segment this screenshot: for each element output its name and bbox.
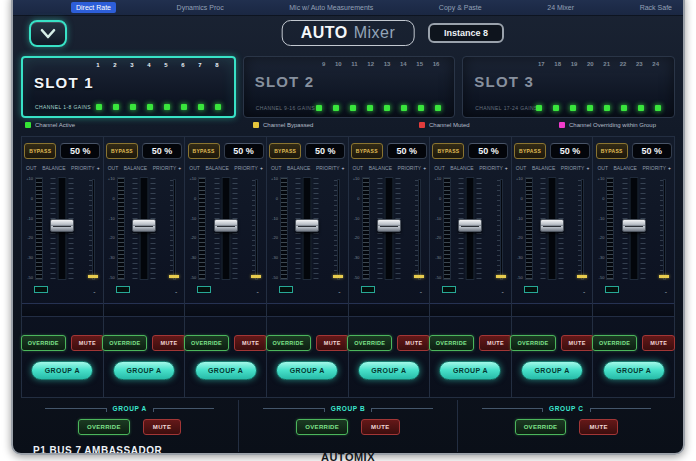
mute-button[interactable]: MUTE bbox=[561, 335, 594, 351]
gain-value-display[interactable]: 50 % bbox=[60, 143, 100, 159]
bypass-button[interactable]: BYPASS bbox=[432, 143, 464, 159]
bypass-button[interactable]: BYPASS bbox=[24, 143, 56, 159]
meter-readout bbox=[524, 286, 538, 293]
priority-slider-track[interactable] bbox=[173, 179, 176, 280]
legend-item: Channel Overriding within Group bbox=[559, 122, 656, 128]
group-override-button[interactable]: OVERRIDE bbox=[78, 419, 130, 435]
menu-item[interactable]: Rack Safe bbox=[635, 2, 677, 13]
priority-slider-track[interactable] bbox=[337, 179, 340, 280]
slot-channel-leds bbox=[96, 104, 221, 110]
group-assign-button[interactable]: GROUP A bbox=[603, 361, 665, 380]
balance-fader-handle[interactable] bbox=[132, 219, 156, 232]
balance-label: BALANCE bbox=[124, 165, 147, 171]
gain-value-display[interactable]: 50 % bbox=[305, 143, 345, 159]
bypass-button[interactable]: BYPASS bbox=[514, 143, 546, 159]
mute-button[interactable]: MUTE bbox=[71, 335, 104, 351]
menu-item[interactable]: Copy & Paste bbox=[434, 2, 487, 13]
balance-fader-handle[interactable] bbox=[622, 219, 646, 232]
fader-area: +10 0 -10 -20 -30 -50 - bbox=[104, 174, 185, 294]
balance-fader-handle[interactable] bbox=[540, 219, 564, 232]
mute-button[interactable]: MUTE bbox=[397, 335, 430, 351]
channel-strips-area: BYPASS 50 % OUT BALANCE PRIORITY + +10 0… bbox=[21, 136, 675, 398]
override-button[interactable]: OVERRIDE bbox=[592, 335, 637, 351]
priority-label-wrap: PRIORITY + bbox=[234, 165, 263, 171]
legend-color-swatch bbox=[25, 122, 31, 128]
out-label: OUT bbox=[189, 165, 200, 171]
override-button[interactable]: OVERRIDE bbox=[510, 335, 555, 351]
bypass-button[interactable]: BYPASS bbox=[188, 143, 220, 159]
menu-item[interactable]: Dynamics Proc bbox=[172, 2, 229, 13]
group-assign-button[interactable]: GROUP A bbox=[358, 361, 420, 380]
balance-label: BALANCE bbox=[42, 165, 65, 171]
channel-strip: BYPASS 50 % OUT BALANCE PRIORITY + +10 0… bbox=[430, 137, 512, 397]
bypass-button[interactable]: BYPASS bbox=[596, 143, 628, 159]
priority-slider-track[interactable] bbox=[663, 179, 666, 280]
bypass-button[interactable]: BYPASS bbox=[269, 143, 301, 159]
balance-fader-handle[interactable] bbox=[295, 219, 319, 232]
override-button[interactable]: OVERRIDE bbox=[347, 335, 392, 351]
gain-value-display[interactable]: 50 % bbox=[142, 143, 182, 159]
bypass-button[interactable]: BYPASS bbox=[106, 143, 138, 159]
balance-fader-handle[interactable] bbox=[377, 219, 401, 232]
gain-value-display[interactable]: 50 % bbox=[632, 143, 672, 159]
mute-button[interactable]: MUTE bbox=[152, 335, 185, 351]
priority-slider-track[interactable] bbox=[581, 179, 584, 280]
slot-panel[interactable]: 17 18 19 20 21 22 23 24 SLOT 3 CHANNEL 1… bbox=[462, 56, 675, 118]
override-button[interactable]: OVERRIDE bbox=[21, 335, 66, 351]
override-button[interactable]: OVERRIDE bbox=[184, 335, 229, 351]
channel-led bbox=[570, 105, 576, 111]
priority-slider-handle[interactable] bbox=[251, 275, 261, 278]
gain-value-display[interactable]: 50 % bbox=[550, 143, 590, 159]
group-assign-button[interactable]: GROUP A bbox=[113, 361, 175, 380]
gain-value-display[interactable]: 50 % bbox=[468, 143, 508, 159]
instance-button[interactable]: Instance 8 bbox=[428, 23, 504, 43]
mute-button[interactable]: MUTE bbox=[642, 335, 675, 351]
override-button[interactable]: OVERRIDE bbox=[429, 335, 474, 351]
out-level-meter bbox=[117, 177, 125, 280]
slot-panel[interactable]: 1 2 3 4 5 6 7 8 SLOT 1 CHANNEL 1-8 GAINS bbox=[21, 56, 236, 118]
mute-button[interactable]: MUTE bbox=[234, 335, 267, 351]
group-assign-button[interactable]: GROUP A bbox=[276, 361, 338, 380]
group-assign-button[interactable]: GROUP A bbox=[195, 361, 257, 380]
strip-divider-band bbox=[185, 303, 266, 317]
group-assign-button[interactable]: GROUP A bbox=[521, 361, 583, 380]
priority-slider-track[interactable] bbox=[92, 179, 95, 280]
override-button[interactable]: OVERRIDE bbox=[102, 335, 147, 351]
priority-slider-handle[interactable] bbox=[414, 275, 424, 278]
override-button[interactable]: OVERRIDE bbox=[266, 335, 311, 351]
mute-button[interactable]: MUTE bbox=[479, 335, 512, 351]
bypass-button[interactable]: BYPASS bbox=[351, 143, 383, 159]
menu-item[interactable]: 24 Mixer bbox=[542, 2, 579, 13]
mute-button[interactable]: MUTE bbox=[316, 335, 349, 351]
priority-slider-track[interactable] bbox=[500, 179, 503, 280]
menu-item[interactable]: Direct Rate bbox=[71, 2, 116, 13]
slot-panel[interactable]: 9 10 11 12 13 14 15 16 SLOT 2 CHANNEL 9-… bbox=[243, 56, 456, 118]
priority-slider-track[interactable] bbox=[418, 179, 421, 280]
priority-slider-track[interactable] bbox=[255, 179, 258, 280]
group-override-button[interactable]: OVERRIDE bbox=[296, 419, 348, 435]
priority-minus-label: - bbox=[420, 288, 422, 295]
priority-label-wrap: PRIORITY + bbox=[642, 165, 671, 171]
balance-fader-handle[interactable] bbox=[214, 219, 238, 232]
slots-row: 1 2 3 4 5 6 7 8 SLOT 1 CHANNEL 1-8 GAINS… bbox=[21, 56, 675, 118]
collapse-button[interactable] bbox=[29, 20, 67, 47]
group-mute-button[interactable]: MUTE bbox=[143, 419, 182, 435]
gain-value-display[interactable]: 50 % bbox=[224, 143, 264, 159]
gain-value-display[interactable]: 50 % bbox=[387, 143, 427, 159]
priority-slider-handle[interactable] bbox=[577, 275, 587, 278]
priority-slider-handle[interactable] bbox=[169, 275, 179, 278]
group-mute-button[interactable]: MUTE bbox=[361, 419, 400, 435]
meter-scale-label: -30 bbox=[268, 256, 278, 260]
group-override-button[interactable]: OVERRIDE bbox=[515, 419, 567, 435]
balance-fader-handle[interactable] bbox=[458, 219, 482, 232]
priority-slider-handle[interactable] bbox=[333, 275, 343, 278]
balance-fader-handle[interactable] bbox=[50, 219, 74, 232]
fader-labels: OUT BALANCE PRIORITY + bbox=[189, 165, 263, 171]
priority-slider-handle[interactable] bbox=[659, 275, 669, 278]
priority-slider-handle[interactable] bbox=[88, 275, 98, 278]
group-mute-button[interactable]: MUTE bbox=[579, 419, 618, 435]
group-assign-button[interactable]: GROUP A bbox=[439, 361, 501, 380]
group-assign-button[interactable]: GROUP A bbox=[31, 361, 93, 380]
priority-slider-handle[interactable] bbox=[496, 275, 506, 278]
menu-item[interactable]: Mic w/ Auto Measurements bbox=[284, 2, 378, 13]
